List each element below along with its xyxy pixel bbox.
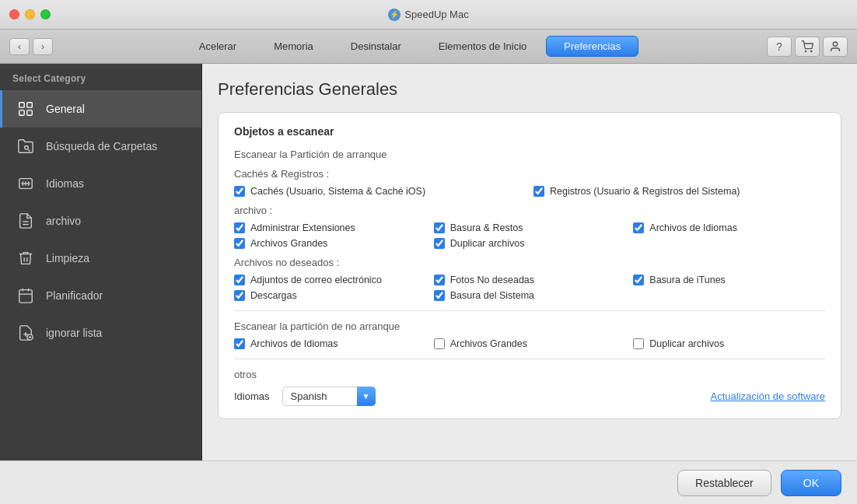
checkbox-archivos-idiomas-input[interactable] bbox=[633, 222, 644, 233]
checkbox-duplicar-archivos[interactable]: Duplicar archivos bbox=[434, 238, 626, 249]
caches-subtitle: Cachés & Registros : bbox=[234, 168, 825, 180]
user-button[interactable] bbox=[823, 37, 848, 57]
svg-rect-5 bbox=[19, 110, 24, 115]
sidebar-item-busqueda[interactable]: Búsqueda de Carpetas bbox=[0, 128, 201, 165]
divider2 bbox=[234, 359, 825, 359]
checkbox-admin-ext-input[interactable] bbox=[234, 222, 245, 233]
tab-desinstalar[interactable]: Desinstalar bbox=[333, 36, 419, 57]
toolbar: ‹ › Acelerar Memoria Desinstalar Element… bbox=[0, 30, 857, 64]
otros-row: Idiomas Spanish English French German It… bbox=[234, 387, 825, 406]
archivo-subtitle: archivo : bbox=[234, 205, 825, 216]
no-deseados-checkboxes: Adjuntos de correo electrónico Fotos No … bbox=[234, 275, 825, 301]
toolbar-icons: ? bbox=[757, 37, 857, 57]
checkbox-basura-restos-input[interactable] bbox=[434, 222, 445, 233]
page-title: Preferencias Generales bbox=[218, 79, 841, 100]
checkbox-archivos-idiomas2-label: Archivos de Idiomas bbox=[250, 338, 338, 349]
sidebar-item-idiomas[interactable]: Idiomas bbox=[0, 165, 201, 202]
checkbox-adjuntos-label: Adjuntos de correo electrónico bbox=[250, 275, 382, 285]
tab-elementos[interactable]: Elementos de Inicio bbox=[421, 36, 544, 57]
checkbox-registros-usuario-label: Registros (Usuario & Registros del Siste… bbox=[550, 186, 740, 197]
sidebar-item-label: General bbox=[46, 103, 85, 115]
svg-rect-4 bbox=[27, 103, 32, 107]
checkbox-adjuntos[interactable]: Adjuntos de correo electrónico bbox=[234, 275, 426, 285]
checkbox-fotos-input[interactable] bbox=[434, 275, 445, 285]
svg-rect-3 bbox=[19, 103, 24, 107]
sidebar-item-planificador[interactable]: Planificador bbox=[0, 277, 201, 314]
tab-memoria[interactable]: Memoria bbox=[256, 36, 331, 57]
forward-button[interactable]: › bbox=[33, 38, 53, 55]
checkbox-archivos-grandes[interactable]: Archivos Grandes bbox=[234, 238, 426, 249]
svg-line-8 bbox=[28, 149, 30, 151]
checkbox-duplicar-archivos2-input[interactable] bbox=[633, 338, 644, 349]
language-select[interactable]: Spanish English French German Italian Po… bbox=[282, 387, 376, 406]
checkbox-admin-ext[interactable]: Administrar Extensiones bbox=[234, 222, 426, 233]
content-area: Preferencias Generales Objetos a escanea… bbox=[202, 64, 857, 460]
close-button[interactable] bbox=[9, 9, 19, 19]
no-deseados-subtitle: Archivos no deseados : bbox=[234, 257, 825, 268]
checkbox-duplicar-archivos-input[interactable] bbox=[434, 238, 445, 249]
app-icon: ⚡ bbox=[388, 9, 401, 21]
checkbox-registros-usuario[interactable]: Registros (Usuario & Registros del Siste… bbox=[533, 186, 825, 197]
checkbox-basura-itunes[interactable]: Basura de iTunes bbox=[633, 275, 825, 285]
sidebar-item-ignorar[interactable]: ignorar lista bbox=[0, 314, 201, 352]
checkbox-archivos-idiomas2-input[interactable] bbox=[234, 338, 245, 349]
checkbox-archivos-grandes2-input[interactable] bbox=[434, 338, 445, 349]
checkbox-archivos-grandes-input[interactable] bbox=[234, 238, 245, 249]
sidebar-item-label: Limpieza bbox=[46, 252, 89, 264]
sidebar-item-label: Idiomas bbox=[46, 177, 84, 190]
checkbox-descargas-input[interactable] bbox=[234, 290, 245, 301]
svg-point-7 bbox=[25, 146, 29, 150]
checkbox-descargas[interactable]: Descargas bbox=[234, 290, 426, 301]
checkbox-archivos-idiomas2[interactable]: Archivos de Idiomas bbox=[234, 338, 426, 349]
no-arranque-checkboxes: Archivos de Idiomas Archivos Grandes Dup… bbox=[234, 338, 825, 349]
software-update-link[interactable]: Actualización de software bbox=[711, 390, 825, 402]
checkbox-fotos[interactable]: Fotos No deseadas bbox=[434, 275, 626, 285]
checkbox-basura-restos-label: Basura & Restos bbox=[450, 222, 523, 233]
checkbox-archivos-grandes2[interactable]: Archivos Grandes bbox=[434, 338, 626, 349]
boot-partition-title: Escanear la Partición de arranque bbox=[234, 149, 825, 160]
checkbox-caches-usuario-label: Cachés (Usuario, Sistema & Caché iOS) bbox=[250, 186, 425, 197]
svg-point-1 bbox=[811, 51, 812, 51]
caches-checkboxes: Cachés (Usuario, Sistema & Caché iOS) Re… bbox=[234, 186, 825, 197]
app-title: ⚡ SpeedUp Mac bbox=[388, 9, 468, 21]
checkbox-archivos-idiomas[interactable]: Archivos de Idiomas bbox=[633, 222, 825, 233]
checkbox-basura-itunes-input[interactable] bbox=[633, 275, 644, 285]
svg-point-0 bbox=[805, 51, 806, 51]
minimize-button[interactable] bbox=[25, 9, 35, 19]
svg-point-2 bbox=[833, 42, 837, 46]
checkbox-caches-usuario-input[interactable] bbox=[234, 186, 245, 197]
checkbox-adjuntos-input[interactable] bbox=[234, 275, 245, 285]
checkbox-caches-usuario[interactable]: Cachés (Usuario, Sistema & Caché iOS) bbox=[234, 186, 526, 197]
checkbox-admin-ext-label: Administrar Extensiones bbox=[250, 222, 355, 233]
checkbox-basura-sistema-input[interactable] bbox=[434, 290, 445, 301]
tab-preferencias[interactable]: Preferencias bbox=[546, 36, 638, 57]
idiomas-label: Idiomas bbox=[234, 390, 270, 402]
sidebar-item-label: ignorar lista bbox=[46, 327, 102, 339]
sidebar-item-limpieza[interactable]: Limpieza bbox=[0, 240, 201, 277]
checkbox-registros-usuario-input[interactable] bbox=[533, 186, 544, 197]
cart-button[interactable] bbox=[795, 37, 820, 57]
checkbox-fotos-label: Fotos No deseadas bbox=[450, 275, 534, 285]
back-button[interactable]: ‹ bbox=[9, 38, 30, 55]
tab-acelerar[interactable]: Acelerar bbox=[181, 36, 254, 57]
titlebar: ⚡ SpeedUp Mac bbox=[0, 0, 857, 30]
restablecer-button[interactable]: Restablecer bbox=[677, 470, 771, 496]
sidebar-item-archivo[interactable]: archivo bbox=[0, 202, 201, 240]
sidebar: Select Category General Búsqueda de Carp… bbox=[0, 64, 202, 460]
maximize-button[interactable] bbox=[40, 9, 51, 19]
checkbox-duplicar-archivos2[interactable]: Duplicar archivos bbox=[633, 338, 825, 349]
divider bbox=[234, 310, 825, 311]
no-arranque-subtitle: Escanear la partición de no arranque bbox=[234, 320, 825, 332]
help-button[interactable]: ? bbox=[767, 37, 792, 57]
checkbox-archivos-grandes2-label: Archivos Grandes bbox=[450, 338, 527, 349]
checkbox-basura-itunes-label: Basura de iTunes bbox=[649, 275, 726, 285]
sidebar-item-label: archivo bbox=[46, 215, 81, 227]
sidebar-item-label: Planificador bbox=[46, 289, 103, 302]
language-select-wrapper: Spanish English French German Italian Po… bbox=[282, 387, 376, 406]
checkbox-basura-sistema[interactable]: Basura del Sistema bbox=[434, 290, 626, 301]
sidebar-item-general[interactable]: General bbox=[0, 90, 201, 128]
checkbox-basura-restos[interactable]: Basura & Restos bbox=[434, 222, 626, 233]
clean-icon bbox=[15, 247, 37, 269]
ok-button[interactable]: OK bbox=[781, 470, 841, 496]
sidebar-header: Select Category bbox=[0, 64, 201, 90]
